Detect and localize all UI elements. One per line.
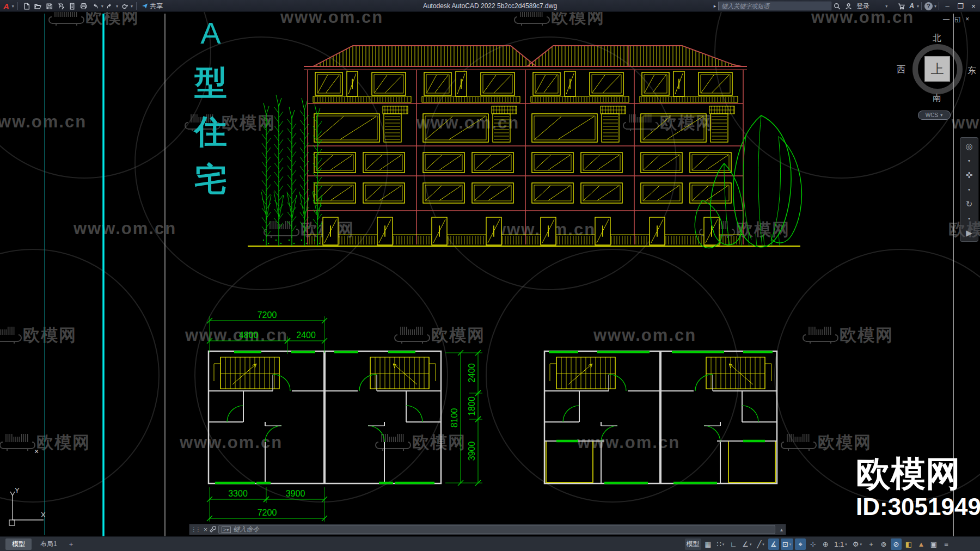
divider bbox=[939, 2, 939, 10]
ucs-y-label: Y bbox=[15, 486, 20, 494]
plot-icon[interactable] bbox=[78, 1, 89, 11]
drawing-minimize-icon[interactable]: — bbox=[943, 15, 950, 23]
status-annotation-autoscale[interactable]: ⊕ bbox=[820, 538, 831, 550]
status-polar-tracking[interactable]: ∠▾ bbox=[740, 538, 754, 550]
login-chevron-icon[interactable]: ▾ bbox=[885, 4, 888, 9]
watermark-text: 欧模网 bbox=[23, 326, 77, 345]
new-file-icon[interactable] bbox=[21, 1, 32, 11]
status-workspace-switching[interactable]: ⚙▾ bbox=[851, 538, 864, 550]
infocenter-collapse-icon[interactable]: ▸ bbox=[712, 0, 719, 12]
tab-add-button[interactable]: + bbox=[66, 540, 77, 548]
command-history-icon[interactable]: ▴ bbox=[777, 526, 786, 532]
share-label: 共享 bbox=[150, 2, 163, 11]
watermark-text: www.om.cn bbox=[593, 326, 696, 345]
autodesk-chevron-icon[interactable]: ▾ bbox=[916, 4, 920, 9]
app-store-cart-icon[interactable] bbox=[896, 0, 907, 12]
drawing-close-icon[interactable]: × bbox=[965, 15, 969, 23]
title-char: 住 bbox=[193, 113, 227, 150]
dimension-label: 8100 bbox=[450, 408, 459, 428]
viewcube-north-label[interactable]: 北 bbox=[933, 33, 941, 44]
watermark-text: www.om.cn bbox=[0, 112, 87, 131]
palette-close-icon[interactable]: × bbox=[201, 526, 210, 534]
sofa-logo-icon bbox=[395, 327, 430, 344]
app-menu-chevron-icon[interactable]: ▾ bbox=[11, 4, 15, 9]
user-icon[interactable] bbox=[843, 0, 854, 12]
status-grid-display[interactable]: ▦ bbox=[703, 538, 714, 550]
sheet-set-icon[interactable] bbox=[66, 1, 78, 11]
viewcube-west-label[interactable]: 西 bbox=[897, 64, 905, 76]
watermark-text: 欧模网 bbox=[840, 326, 893, 345]
divider bbox=[17, 2, 18, 10]
watermark-text: www.om.cn bbox=[73, 219, 176, 238]
viewcube-south-label[interactable]: 南 bbox=[933, 93, 941, 104]
steering-wheel-icon[interactable]: ◎ bbox=[965, 142, 972, 151]
command-icon[interactable]: >▾ bbox=[222, 526, 231, 533]
status-clean-screen[interactable]: ▣ bbox=[928, 538, 939, 550]
watermark-text: 欧模网 bbox=[85, 12, 139, 27]
dimension-label: 3900 bbox=[286, 489, 305, 498]
close-button[interactable]: × bbox=[967, 2, 980, 10]
watermark-text: www.om.cn bbox=[811, 12, 914, 27]
search-input[interactable] bbox=[718, 2, 831, 10]
login-button[interactable]: 登录 bbox=[854, 0, 872, 12]
customize-wrench-icon[interactable] bbox=[210, 525, 216, 535]
watermark-text: 欧模网 bbox=[431, 326, 485, 345]
render-chevron-icon[interactable]: ▾ bbox=[130, 4, 133, 9]
status-annotation-monitor[interactable]: + bbox=[866, 538, 877, 550]
sofa-logo-icon bbox=[0, 327, 21, 344]
wcs-selector[interactable]: WCS ▾ bbox=[918, 111, 951, 120]
status-object-snap[interactable]: ⊡▾ bbox=[781, 538, 793, 550]
help-chevron-icon[interactable]: ▾ bbox=[934, 4, 937, 9]
sofa-logo-icon bbox=[49, 12, 84, 26]
redo-icon[interactable] bbox=[104, 1, 115, 11]
orbit-icon[interactable]: ↻ bbox=[966, 199, 973, 209]
big-watermark-id: ID:3051949 bbox=[856, 493, 980, 520]
open-folder-icon[interactable] bbox=[32, 1, 44, 11]
status-graphics-performance[interactable]: ⊘ bbox=[891, 538, 902, 550]
tab-layout1[interactable]: 布局1 bbox=[34, 538, 64, 550]
status-isolate-objects[interactable]: ◧ bbox=[903, 538, 914, 550]
status-dynamic-input[interactable]: ⌖ bbox=[795, 538, 806, 550]
search-icon[interactable] bbox=[831, 0, 843, 12]
maximize-button[interactable]: ❐ bbox=[954, 2, 967, 10]
status-annotation-visibility[interactable]: ⊹ bbox=[807, 538, 818, 550]
show-motion-icon[interactable]: ▶ bbox=[966, 228, 972, 238]
status-annotation-scale[interactable]: 1:1▾ bbox=[832, 538, 849, 550]
undo-icon[interactable] bbox=[89, 1, 101, 11]
status-isometric-drafting[interactable]: ╱▾ bbox=[755, 538, 766, 550]
dimension-label: 7200 bbox=[258, 310, 277, 320]
watermark-text: www.om.cn bbox=[185, 326, 288, 345]
status-ortho-mode[interactable]: ∟ bbox=[728, 538, 739, 550]
status-clean-screen-mountain[interactable]: ▲ bbox=[916, 538, 927, 550]
render-icon[interactable] bbox=[119, 1, 130, 11]
viewcube-top-face[interactable]: 上 bbox=[924, 56, 950, 82]
palette-grip-icon[interactable]: ⋮⋮ bbox=[189, 526, 201, 532]
drawing-restore-icon[interactable]: ◱ bbox=[954, 15, 960, 23]
status-units[interactable]: ⊚ bbox=[878, 538, 889, 550]
save-as-icon[interactable] bbox=[55, 1, 66, 11]
minimize-button[interactable]: – bbox=[941, 2, 954, 10]
tab-model[interactable]: 模型 bbox=[5, 538, 32, 550]
wcs-chevron-icon: ▾ bbox=[940, 113, 943, 118]
autocad-app-icon[interactable]: A bbox=[2, 2, 10, 11]
navbar-divider-icon: ▾ bbox=[968, 216, 970, 221]
drawing-canvas[interactable]: 欧模网www.om.cn欧模网www.om.cnwww.om.cn欧模网www.… bbox=[0, 12, 980, 551]
autodesk-account-icon[interactable]: A bbox=[907, 0, 916, 12]
help-button[interactable]: ? bbox=[924, 2, 933, 10]
status-bar: 模型 布局1 + 模型▦∷▾∟∠▾╱▾∡⊡▾⌖⊹⊕1:1▾⚙▾+⊚⊘◧▲▣≡ bbox=[0, 536, 980, 551]
dimension-label: 4800 bbox=[239, 330, 259, 340]
watermark-text: www.om.cn bbox=[951, 113, 980, 132]
watermark-text: 欧模网 bbox=[818, 433, 872, 452]
command-input[interactable]: >▾ 键入命令 bbox=[218, 525, 775, 534]
save-icon[interactable] bbox=[44, 1, 55, 11]
status-model-space[interactable]: 模型 bbox=[685, 538, 701, 550]
divider bbox=[136, 2, 137, 10]
command-palette[interactable]: ⋮⋮ × >▾ 键入命令 ▴ bbox=[189, 524, 786, 535]
pan-icon[interactable]: ✜ bbox=[966, 170, 973, 180]
watermark-text: 欧模网 bbox=[412, 433, 466, 452]
status-customization[interactable]: ≡ bbox=[941, 538, 952, 550]
status-object-snap-tracking[interactable]: ∡ bbox=[768, 538, 779, 550]
viewcube-east-label[interactable]: 东 bbox=[967, 65, 976, 77]
status-snap-mode[interactable]: ∷▾ bbox=[715, 538, 727, 550]
share-button[interactable]: 共享 bbox=[142, 2, 163, 11]
